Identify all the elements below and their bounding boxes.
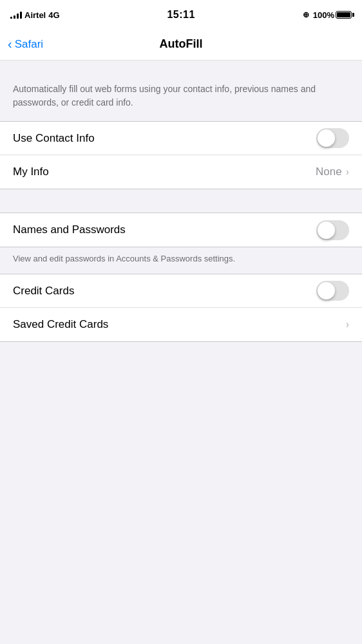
saved-credit-cards-chevron-icon: › — [346, 319, 349, 330]
navigation-bar: ‹ Safari AutoFill — [0, 28, 362, 61]
signal-bar-1 — [10, 17, 12, 19]
my-info-row[interactable]: My Info None › — [0, 155, 362, 189]
back-chevron-icon: ‹ — [8, 37, 12, 50]
status-bar: Airtel 4G 15:11 ⊕ 100% — [0, 0, 362, 28]
signal-bar-4 — [20, 12, 22, 19]
my-info-current-value: None — [316, 166, 342, 178]
group-separator-1 — [0, 189, 362, 213]
description-section: Automatically fill out web forms using y… — [0, 73, 362, 121]
names-and-passwords-row[interactable]: Names and Passwords — [0, 213, 362, 247]
status-battery: ⊕ 100% — [303, 10, 352, 20]
description-text: Automatically fill out web forms using y… — [13, 84, 316, 108]
saved-credit-cards-label: Saved Credit Cards — [13, 318, 108, 331]
credit-cards-label: Credit Cards — [13, 285, 74, 298]
credit-cards-toggle[interactable] — [316, 281, 349, 301]
signal-bar-3 — [17, 14, 19, 19]
carrier-label: Airtel — [24, 10, 46, 20]
saved-credit-cards-value: › — [346, 319, 349, 330]
battery-percentage: 100% — [313, 10, 334, 20]
saved-credit-cards-row[interactable]: Saved Credit Cards › — [0, 308, 362, 341]
lock-icon: ⊕ — [303, 10, 309, 19]
my-info-chevron-icon: › — [346, 166, 349, 178]
names-and-passwords-toggle[interactable] — [316, 220, 349, 240]
contact-info-group: Use Contact Info My Info None › — [0, 121, 362, 189]
names-and-passwords-toggle-knob — [318, 222, 335, 239]
back-button[interactable]: ‹ Safari — [8, 38, 43, 51]
back-label: Safari — [15, 38, 43, 51]
names-and-passwords-label: Names and Passwords — [13, 223, 126, 236]
settings-content: Automatically fill out web forms using y… — [0, 61, 362, 342]
network-label: 4G — [48, 10, 59, 20]
signal-bars — [10, 11, 22, 19]
status-time: 15:11 — [167, 9, 195, 21]
status-carrier: Airtel 4G — [10, 10, 60, 20]
credit-cards-row[interactable]: Credit Cards — [0, 274, 362, 308]
use-contact-info-label: Use Contact Info — [13, 132, 95, 145]
my-info-label: My Info — [13, 166, 49, 178]
passwords-hint-text: View and edit passwords in Accounts & Pa… — [13, 254, 235, 263]
use-contact-info-toggle-knob — [318, 129, 335, 147]
use-contact-info-row[interactable]: Use Contact Info — [0, 122, 362, 155]
passwords-hint-section: View and edit passwords in Accounts & Pa… — [0, 247, 362, 274]
battery-icon — [336, 11, 352, 19]
credit-cards-toggle-knob — [318, 282, 335, 299]
battery-indicator: 100% — [313, 10, 352, 20]
my-info-value: None › — [316, 166, 349, 178]
passwords-group: Names and Passwords — [0, 213, 362, 247]
battery-fill — [337, 12, 350, 17]
page-title: AutoFill — [160, 37, 203, 51]
credit-cards-group: Credit Cards Saved Credit Cards › — [0, 274, 362, 342]
signal-bar-2 — [14, 15, 15, 19]
use-contact-info-toggle[interactable] — [316, 128, 349, 148]
